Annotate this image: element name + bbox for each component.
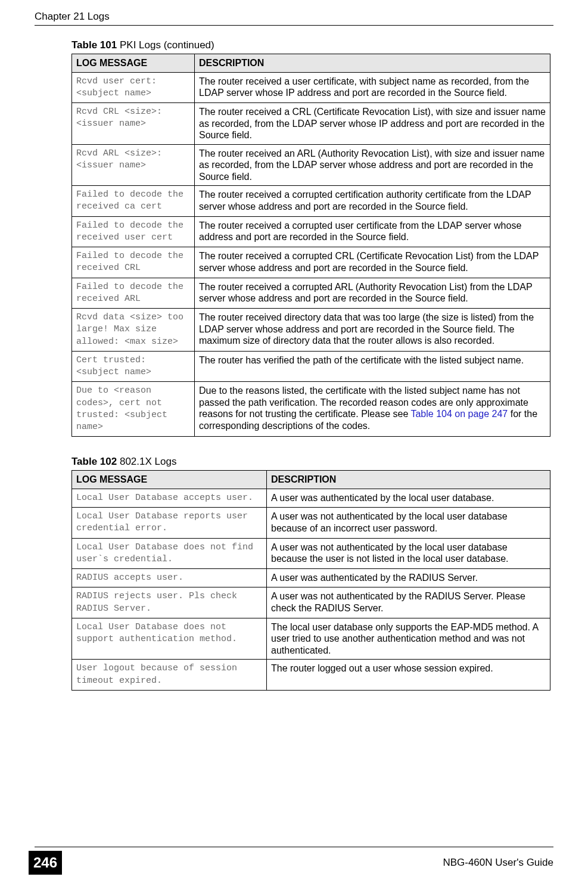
table-row: Local User Database reports user credent…	[72, 508, 550, 539]
table-101-number: Table 101	[71, 39, 117, 51]
table-102-number: Table 102	[71, 456, 117, 467]
table-102-title: 802.1X Logs	[117, 456, 176, 467]
description-cell: The router logged out a user whose sessi…	[267, 660, 550, 691]
table-row: Local User Database accepts user. A user…	[72, 489, 550, 507]
footer-rule	[35, 847, 553, 847]
table-row: Local User Database does not support aut…	[72, 618, 550, 660]
running-header: Chapter 21 Logs	[35, 11, 553, 23]
log-message-cell: Rcvd data <size> too large! Max size all…	[72, 309, 195, 352]
log-message-cell: RADIUS rejects user. Pls check RADIUS Se…	[72, 587, 267, 618]
page: Chapter 21 Logs Table 101 PKI Logs (cont…	[0, 0, 588, 883]
table-header-row: LOG MESSAGE DESCRIPTION	[72, 54, 550, 73]
description-cell: The router received an ARL (Authority Re…	[195, 144, 550, 186]
description-cell: The router received directory data that …	[195, 309, 550, 352]
log-message-cell: Failed to decode the received CRL	[72, 247, 195, 278]
main-content: Table 101 PKI Logs (continued) LOG MESSA…	[71, 37, 550, 691]
table-row: Failed to decode the received CRL The ro…	[72, 247, 550, 278]
log-message-cell: Failed to decode the received ca cert	[72, 186, 195, 217]
log-message-cell: Local User Database does not support aut…	[72, 618, 267, 660]
description-cell: The router received a corrupted ARL (Aut…	[195, 278, 550, 309]
log-message-cell: RADIUS accepts user.	[72, 569, 267, 587]
header-rule	[35, 25, 553, 26]
log-message-cell: Failed to decode the received ARL	[72, 278, 195, 309]
table-101-caption: Table 101 PKI Logs (continued)	[71, 39, 550, 51]
table-header-row: LOG MESSAGE DESCRIPTION	[72, 471, 550, 489]
table-row: Due to <reason codes>, cert not trusted:…	[72, 382, 550, 437]
log-message-cell: Cert trusted: <subject name>	[72, 351, 195, 382]
log-message-cell: Due to <reason codes>, cert not trusted:…	[72, 382, 195, 437]
table-102: LOG MESSAGE DESCRIPTION Local User Datab…	[71, 470, 550, 691]
table-row: Rcvd ARL <size>: <issuer name> The route…	[72, 144, 550, 186]
table-row: Failed to decode the received ARL The ro…	[72, 278, 550, 309]
log-message-cell: Rcvd user cert: <subject name>	[72, 72, 195, 103]
description-cell: A user was not authenticated by the loca…	[267, 538, 550, 569]
description-cell: A user was authenticated by the RADIUS S…	[267, 569, 550, 587]
table-102-caption: Table 102 802.1X Logs	[71, 456, 550, 468]
description-cell: Due to the reasons listed, the certifica…	[195, 382, 550, 437]
table-101-title: PKI Logs (continued)	[117, 39, 214, 51]
table-row: Failed to decode the received user cert …	[72, 216, 550, 247]
description-cell: The router received a corrupted CRL (Cer…	[195, 247, 550, 278]
col-description: DESCRIPTION	[267, 471, 550, 489]
table-row: Rcvd data <size> too large! Max size all…	[72, 309, 550, 352]
log-message-cell: User logout because of session timeout e…	[72, 660, 267, 691]
log-message-cell: Local User Database accepts user.	[72, 489, 267, 507]
table-row: Local User Database does not find user`s…	[72, 538, 550, 569]
col-log-message: LOG MESSAGE	[72, 471, 267, 489]
table-row: Cert trusted: <subject name> The router …	[72, 351, 550, 382]
description-cell: The router has verified the path of the …	[195, 351, 550, 382]
col-log-message: LOG MESSAGE	[72, 54, 195, 73]
description-cell: A user was not authenticated by the RADI…	[267, 587, 550, 618]
log-message-cell: Failed to decode the received user cert	[72, 216, 195, 247]
log-message-cell: Local User Database reports user credent…	[72, 508, 267, 539]
table-row: Rcvd user cert: <subject name> The route…	[72, 72, 550, 103]
spacer	[71, 437, 550, 453]
table-101: LOG MESSAGE DESCRIPTION Rcvd user cert: …	[71, 54, 550, 437]
log-message-cell: Rcvd CRL <size>: <issuer name>	[72, 103, 195, 145]
table-row: User logout because of session timeout e…	[72, 660, 550, 691]
table-row: Rcvd CRL <size>: <issuer name> The route…	[72, 103, 550, 145]
table-row: Failed to decode the received ca cert Th…	[72, 186, 550, 217]
page-number: 246	[29, 851, 62, 875]
table-row: RADIUS rejects user. Pls check RADIUS Se…	[72, 587, 550, 618]
description-cell: The router received a corrupted certific…	[195, 186, 550, 217]
description-cell: The router received a corrupted user cer…	[195, 216, 550, 247]
cross-reference-link[interactable]: Table 104 on page 247	[410, 409, 508, 419]
col-description: DESCRIPTION	[195, 54, 550, 73]
description-cell: A user was not authenticated by the loca…	[267, 508, 550, 539]
table-row: RADIUS accepts user. A user was authenti…	[72, 569, 550, 587]
description-cell: A user was authenticated by the local us…	[267, 489, 550, 507]
chapter-title: Chapter 21 Logs	[35, 11, 110, 22]
log-message-cell: Local User Database does not find user`s…	[72, 538, 267, 569]
description-cell: The local user database only supports th…	[267, 618, 550, 660]
log-message-cell: Rcvd ARL <size>: <issuer name>	[72, 144, 195, 186]
description-cell: The router received a CRL (Certificate R…	[195, 103, 550, 145]
footer-guide-title: NBG-460N User's Guide	[443, 857, 553, 869]
description-cell: The router received a user certificate, …	[195, 72, 550, 103]
